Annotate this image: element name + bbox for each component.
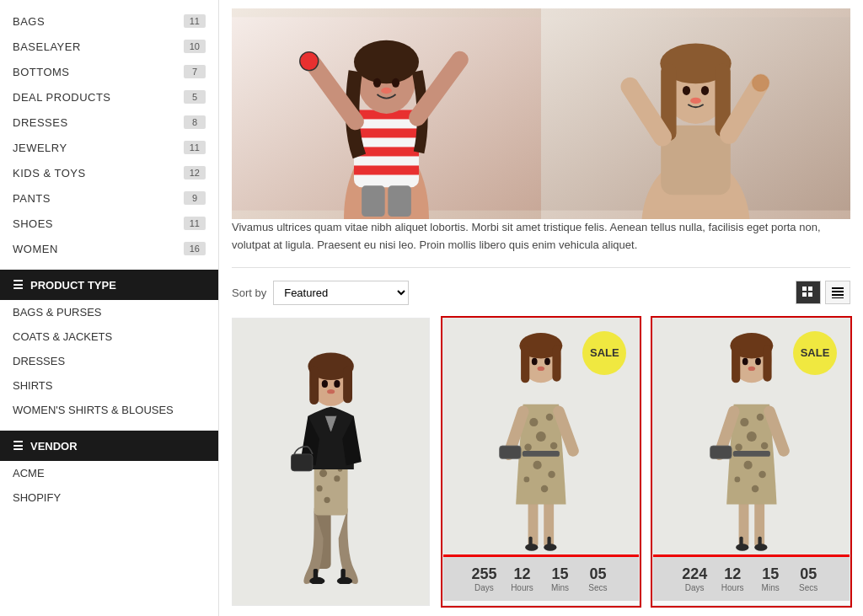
svg-rect-33 <box>808 292 812 297</box>
svg-rect-56 <box>313 568 317 581</box>
sidebar-item-label: BAGS <box>13 15 45 28</box>
sidebar-item-label: WOMEN <box>13 243 58 255</box>
sidebar-item-count: 16 <box>184 242 206 255</box>
svg-rect-35 <box>832 291 844 292</box>
svg-point-28 <box>701 86 709 95</box>
sidebar-item-bottoms[interactable]: BOTTOMS7 <box>0 59 218 84</box>
sidebar-item-kids-&-toys[interactable]: KIDS & TOYS12 <box>0 160 218 185</box>
sidebar-item-label: BASELAYER <box>13 40 81 53</box>
svg-point-77 <box>532 357 538 364</box>
banner-right <box>541 8 850 219</box>
sidebar-item-count: 5 <box>184 90 206 104</box>
sidebar-item-count: 7 <box>184 65 206 78</box>
sidebar-item-bags[interactable]: BAGS11 <box>0 8 218 34</box>
sidebar-item-count: 9 <box>184 191 206 205</box>
svg-rect-80 <box>500 446 521 458</box>
vendor-item[interactable]: SHOPIFY <box>0 485 218 510</box>
sidebar-item-baselayer[interactable]: BASELAYER10 <box>0 34 218 59</box>
sidebar-item-dresses[interactable]: DRESSES8 <box>0 110 218 135</box>
svg-rect-57 <box>340 568 345 581</box>
svg-rect-110 <box>739 536 742 548</box>
sidebar-item-label: SHOES <box>13 217 53 230</box>
product-type-item[interactable]: DRESSES <box>0 349 218 373</box>
sidebar-item-count: 11 <box>184 217 206 230</box>
sidebar-item-women[interactable]: WOMEN16 <box>0 236 218 261</box>
sort-label: Sort by <box>232 287 266 299</box>
countdown-mins: 15 Mins <box>753 565 787 592</box>
product-type-item[interactable]: COATS & JACKETS <box>0 324 218 349</box>
svg-rect-107 <box>710 446 731 458</box>
sidebar-item-count: 11 <box>184 14 206 28</box>
product-type-item[interactable]: BAGS & PURSES <box>0 300 218 324</box>
sidebar-item-label: DRESSES <box>13 116 68 129</box>
svg-point-50 <box>321 380 327 388</box>
sidebar-item-count: 11 <box>184 141 206 154</box>
svg-rect-97 <box>733 451 770 457</box>
svg-point-8 <box>354 40 419 83</box>
product-image: SALE <box>443 319 640 554</box>
svg-rect-70 <box>523 451 560 457</box>
sidebar-item-shoes[interactable]: SHOES11 <box>0 211 218 236</box>
svg-rect-83 <box>529 536 533 548</box>
sidebar-item-label: BOTTOMS <box>13 66 70 78</box>
svg-point-79 <box>538 366 544 370</box>
countdown-days: 255 Days <box>467 565 501 592</box>
grid-icon <box>802 287 814 298</box>
countdown: 255 Days 12 Hours 15 Mins 05 Secs <box>443 554 640 601</box>
svg-rect-53 <box>291 454 312 471</box>
svg-rect-49 <box>343 366 352 403</box>
product-card[interactable]: SALE <box>652 318 850 606</box>
svg-point-69 <box>541 485 548 491</box>
product-type-header: ☰ PRODUCT TYPE <box>0 270 218 300</box>
sidebar-item-jewelry[interactable]: JEWELRY11 <box>0 135 218 160</box>
svg-rect-6 <box>354 165 419 174</box>
svg-point-62 <box>546 413 553 420</box>
sidebar-item-deal-products[interactable]: DEAL PRODUCTS5 <box>0 84 218 110</box>
svg-rect-102 <box>732 345 740 383</box>
svg-point-92 <box>761 442 768 448</box>
sort-bar: Sort by FeaturedPrice: Low to HighPrice:… <box>232 281 850 305</box>
svg-point-89 <box>757 413 764 420</box>
list-icon <box>832 287 844 298</box>
svg-point-96 <box>752 485 758 491</box>
svg-rect-30 <box>802 287 807 291</box>
svg-rect-84 <box>548 536 551 548</box>
svg-point-63 <box>536 431 546 442</box>
svg-point-65 <box>550 442 557 448</box>
svg-point-15 <box>392 78 399 88</box>
sort-select[interactable]: FeaturedPrice: Low to HighPrice: High to… <box>273 281 409 305</box>
svg-rect-111 <box>758 536 761 548</box>
svg-rect-36 <box>832 294 844 296</box>
vendor-item[interactable]: ACME <box>0 461 218 485</box>
product-image <box>233 319 429 605</box>
banner <box>232 8 850 219</box>
svg-point-90 <box>747 431 757 442</box>
svg-point-61 <box>529 418 538 426</box>
sidebar-item-label: JEWELRY <box>13 142 67 154</box>
product-type-item[interactable]: SHIRTS <box>0 373 218 398</box>
list-view-button[interactable] <box>825 281 850 304</box>
svg-point-78 <box>544 357 550 364</box>
product-card[interactable]: SALE <box>442 318 641 606</box>
grid-view-button[interactable] <box>796 281 821 304</box>
sidebar: BAGS11BASELAYER10BOTTOMS7DEAL PRODUCTS5D… <box>0 0 219 616</box>
svg-point-64 <box>524 443 531 450</box>
countdown-secs: 05 Secs <box>791 565 825 592</box>
sidebar-item-pants[interactable]: PANTS9 <box>0 185 218 211</box>
sidebar-item-count: 8 <box>184 115 206 129</box>
product-type-item[interactable]: WOMEN'S SHIRTS & BLOUSES <box>0 398 218 422</box>
product-card[interactable] <box>232 318 430 606</box>
svg-point-106 <box>748 366 754 370</box>
svg-rect-103 <box>763 345 771 381</box>
svg-point-14 <box>373 78 381 88</box>
svg-point-42 <box>334 475 340 481</box>
svg-rect-48 <box>309 366 319 404</box>
svg-point-104 <box>742 357 748 364</box>
svg-rect-32 <box>802 292 807 297</box>
svg-point-105 <box>755 357 761 364</box>
countdown: 224 Days 12 Hours 15 Mins 05 Secs <box>653 554 850 601</box>
svg-rect-37 <box>832 297 844 298</box>
svg-rect-31 <box>808 287 812 291</box>
svg-rect-12 <box>362 185 385 217</box>
bars-icon-2: ☰ <box>13 439 24 453</box>
